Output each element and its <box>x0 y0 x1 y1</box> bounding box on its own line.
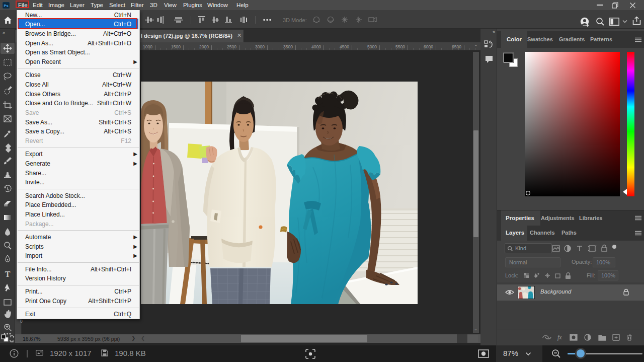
svg-text:fx: fx <box>557 334 562 341</box>
svg-text:T: T <box>5 270 11 278</box>
